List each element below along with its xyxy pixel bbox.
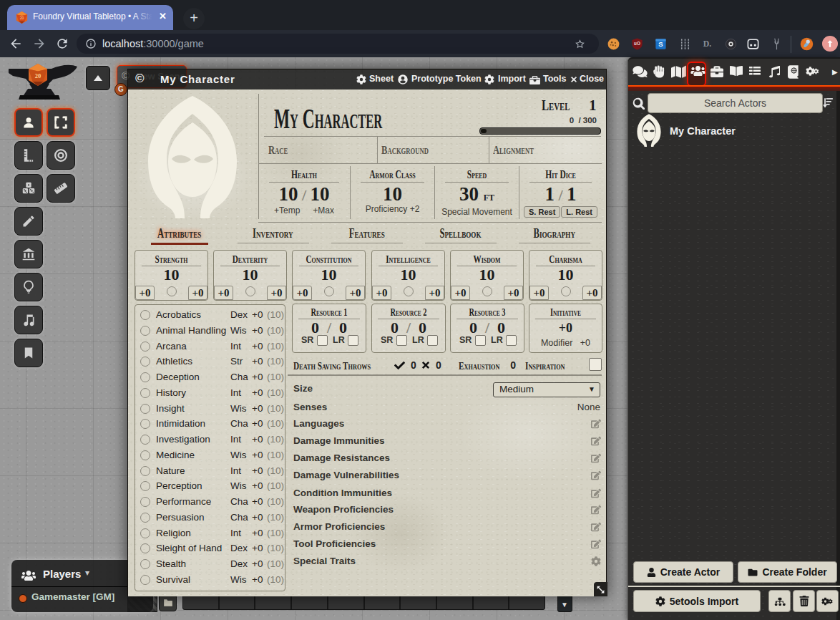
svg-text:D.: D.	[703, 39, 712, 49]
svg-text:20: 20	[20, 16, 24, 20]
svg-text:uO: uO	[634, 41, 640, 46]
svg-text:S: S	[658, 40, 663, 48]
svg-text:20: 20	[35, 72, 41, 79]
